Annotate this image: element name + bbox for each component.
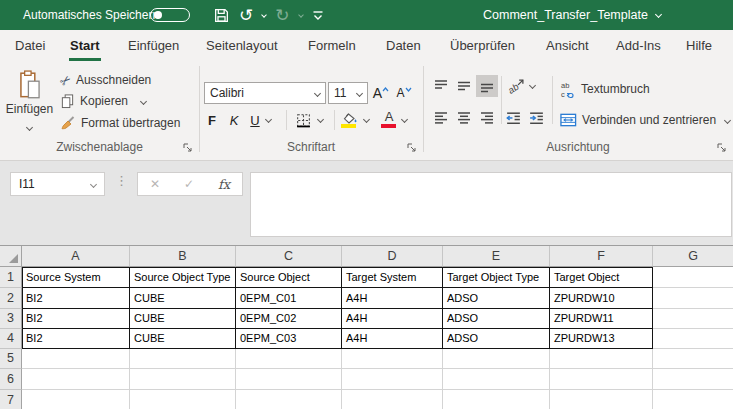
- undo-dropdown-icon[interactable]: [261, 12, 267, 18]
- column-header-g[interactable]: G: [653, 246, 733, 267]
- cell-a5[interactable]: [22, 349, 130, 369]
- cell-b6[interactable]: [130, 369, 236, 390]
- font-color-dropdown-icon[interactable]: [401, 116, 408, 123]
- ribbon-tab-hilfe[interactable]: Hilfe: [686, 30, 712, 62]
- underline-button[interactable]: U: [246, 109, 264, 131]
- cell-g1[interactable]: [653, 267, 733, 288]
- cell-c2[interactable]: 0EPM_C01: [236, 288, 342, 309]
- font-dialog-launcher-icon[interactable]: [406, 142, 417, 153]
- paste-dropdown-icon[interactable]: [26, 124, 33, 131]
- cell-d3[interactable]: A4H: [342, 309, 443, 329]
- cell-f2[interactable]: ZPURDW10: [550, 288, 653, 309]
- cell-e2[interactable]: ADSO: [443, 288, 550, 309]
- cell-f1[interactable]: Target Object: [550, 267, 653, 288]
- column-header-c[interactable]: C: [236, 246, 342, 267]
- row-header-5[interactable]: 5: [0, 349, 22, 369]
- row-header-7[interactable]: 7: [0, 390, 22, 409]
- ribbon-tab-add-ins[interactable]: Add-Ins: [616, 30, 661, 62]
- merge-dropdown-icon[interactable]: [724, 116, 731, 123]
- row-header-4[interactable]: 4: [0, 329, 22, 349]
- cell-b7[interactable]: [130, 390, 236, 409]
- cell-d7[interactable]: [342, 390, 443, 409]
- name-box-dropdown-icon[interactable]: [90, 181, 97, 188]
- cell-f6[interactable]: [550, 369, 653, 390]
- cell-e7[interactable]: [443, 390, 550, 409]
- align-middle-button[interactable]: [453, 75, 475, 97]
- customize-quick-access-icon[interactable]: [312, 10, 324, 21]
- ribbon-tab-seitenlayout[interactable]: Seitenlayout: [206, 30, 278, 62]
- font-size-select[interactable]: 11: [328, 82, 368, 104]
- cut-button[interactable]: ✂ Ausschneiden: [60, 71, 151, 89]
- column-header-a[interactable]: A: [22, 246, 130, 267]
- row-header-3[interactable]: 3: [0, 309, 22, 329]
- ribbon-tab-daten[interactable]: Daten: [386, 30, 421, 62]
- cell-a2[interactable]: BI2: [22, 288, 130, 309]
- column-header-f[interactable]: F: [550, 246, 653, 267]
- cell-b3[interactable]: CUBE: [130, 309, 236, 329]
- wrap-text-button[interactable]: ab c Textumbruch: [560, 80, 650, 98]
- cell-c7[interactable]: [236, 390, 342, 409]
- fill-color-button[interactable]: [339, 108, 361, 130]
- decrease-font-size-button[interactable]: A: [393, 82, 415, 104]
- ribbon-tab-datei[interactable]: Datei: [15, 30, 45, 62]
- alignment-dialog-launcher-icon[interactable]: [716, 142, 727, 153]
- cell-f3[interactable]: ZPURDW11: [550, 309, 653, 329]
- orientation-button[interactable]: ab: [505, 75, 527, 97]
- cell-a1[interactable]: Source System: [22, 267, 130, 288]
- cell-d6[interactable]: [342, 369, 443, 390]
- insert-function-icon[interactable]: fx: [218, 177, 230, 192]
- bold-button[interactable]: F: [202, 109, 222, 131]
- font-color-button[interactable]: A: [378, 108, 400, 130]
- cell-f4[interactable]: ZPURDW13: [550, 329, 653, 349]
- clipboard-dialog-launcher-icon[interactable]: [182, 142, 193, 153]
- undo-icon[interactable]: ↺: [239, 7, 253, 24]
- increase-indent-button[interactable]: [525, 107, 547, 129]
- column-header-b[interactable]: B: [130, 246, 236, 267]
- cell-e6[interactable]: [443, 369, 550, 390]
- row-header-2[interactable]: 2: [0, 288, 22, 309]
- ribbon-tab-einf-gen[interactable]: Einfügen: [128, 30, 179, 62]
- cell-b4[interactable]: CUBE: [130, 329, 236, 349]
- ribbon-tab-ansicht[interactable]: Ansicht: [546, 30, 589, 62]
- cell-g6[interactable]: [653, 369, 733, 390]
- ribbon-tab-formeln[interactable]: Formeln: [308, 30, 356, 62]
- align-bottom-button[interactable]: [476, 75, 498, 97]
- cell-b1[interactable]: Source Object Type: [130, 267, 236, 288]
- column-header-d[interactable]: D: [342, 246, 443, 267]
- save-icon[interactable]: [213, 7, 230, 24]
- cell-d1[interactable]: Target System: [342, 267, 443, 288]
- name-box[interactable]: I11: [10, 172, 105, 196]
- ribbon-tab-start[interactable]: Start: [70, 30, 100, 62]
- cell-a7[interactable]: [22, 390, 130, 409]
- select-all-button[interactable]: [0, 246, 22, 267]
- copy-dropdown-icon[interactable]: [140, 97, 147, 104]
- cell-g4[interactable]: [653, 329, 733, 349]
- align-right-button[interactable]: [476, 107, 498, 129]
- cell-c3[interactable]: 0EPM_C02: [236, 309, 342, 329]
- cell-e3[interactable]: ADSO: [443, 309, 550, 329]
- fill-color-dropdown-icon[interactable]: [363, 116, 370, 123]
- borders-button[interactable]: [292, 109, 314, 131]
- cell-c1[interactable]: Source Object: [236, 267, 342, 288]
- cell-d2[interactable]: A4H: [342, 288, 443, 309]
- cell-a3[interactable]: BI2: [22, 309, 130, 329]
- cell-d4[interactable]: A4H: [342, 329, 443, 349]
- row-header-1[interactable]: 1: [0, 267, 22, 288]
- formula-input[interactable]: [250, 172, 732, 237]
- cell-c5[interactable]: [236, 349, 342, 369]
- increase-font-size-button[interactable]: A: [370, 82, 392, 104]
- cell-e4[interactable]: ADSO: [443, 329, 550, 349]
- copy-button[interactable]: Kopieren: [60, 92, 146, 110]
- align-top-button[interactable]: [430, 75, 452, 97]
- column-header-e[interactable]: E: [443, 246, 550, 267]
- cell-g7[interactable]: [653, 390, 733, 409]
- orientation-dropdown-icon[interactable]: [529, 82, 536, 89]
- borders-dropdown-icon[interactable]: [317, 116, 324, 123]
- cell-c4[interactable]: 0EPM_C03: [236, 329, 342, 349]
- cell-f5[interactable]: [550, 349, 653, 369]
- decrease-indent-button[interactable]: [502, 107, 524, 129]
- row-header-6[interactable]: 6: [0, 369, 22, 390]
- formula-bar-drag-handle[interactable]: ⋮: [115, 173, 128, 188]
- ribbon-tab--berpr-fen[interactable]: Überprüfen: [450, 30, 515, 62]
- cell-b2[interactable]: CUBE: [130, 288, 236, 309]
